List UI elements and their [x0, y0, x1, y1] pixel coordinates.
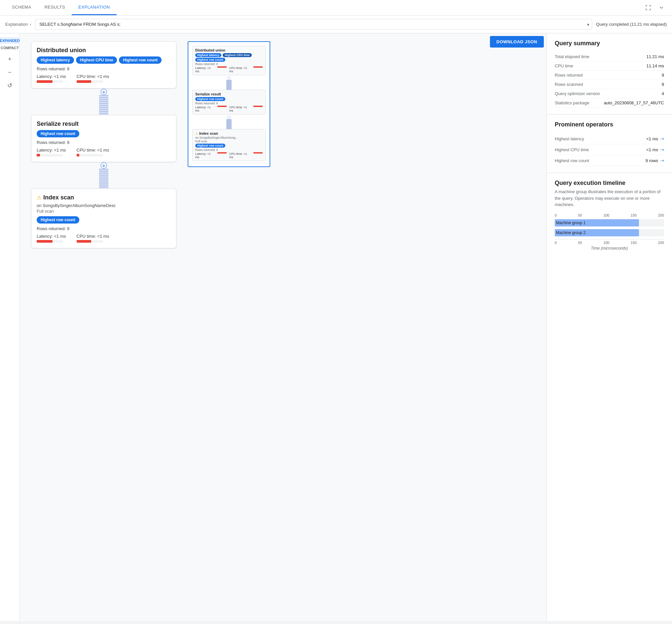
tabs-container: SCHEMA RESULTS EXPLANATION — [5, 0, 117, 15]
node-subtitle2-index-scan: Full scan — [37, 209, 171, 214]
link-icon-1[interactable]: ⇢ — [660, 147, 664, 152]
breadcrumb-chevron: › — [30, 22, 31, 27]
badge-highest-cpu-time[interactable]: Highest CPU time — [76, 56, 117, 64]
prominent-operators-title: Prominent operators — [555, 121, 664, 128]
node-title-index-scan: Index scan — [43, 194, 74, 201]
prominent-operators-section: Prominent operators Highest latency <1 m… — [547, 114, 672, 173]
chart-bars: Machine group 1 Machine group 2 — [555, 219, 664, 236]
badge-highest-row-count-2[interactable]: Highest row count — [37, 130, 79, 137]
latency-metric-1: Latency: <1 ms — [37, 74, 66, 83]
prominent-label-0: Highest latency — [555, 136, 584, 141]
top-tabs-bar: SCHEMA RESULTS EXPLANATION — [0, 0, 672, 16]
summary-value-4: 4 — [662, 91, 664, 96]
query-input[interactable] — [35, 19, 592, 30]
node-serialize-result[interactable]: Serialize result Highest row count Rows … — [31, 115, 176, 162]
query-input-wrap: ▾ — [35, 19, 592, 30]
prominent-row-1: Highest CPU time <1 ms ⇢ — [555, 144, 664, 155]
right-panel: Query summary Total elapsed time 11.21 m… — [546, 33, 672, 621]
mini-metrics-3: Latency: <1 ms CPU time: <1 ms — [195, 152, 263, 159]
cpu-label-2: CPU time: <1 ms — [77, 148, 109, 153]
chart-row-0: Machine group 1 — [555, 219, 664, 227]
node-distributed-union[interactable]: Distributed union Highest latency Highes… — [31, 41, 176, 88]
mini-badge-cpu: Highest CPU time — [223, 53, 252, 57]
tab-results[interactable]: RESULTS — [38, 0, 72, 15]
link-icon-0[interactable]: ⇢ — [660, 136, 664, 141]
badge-highest-row-count-3[interactable]: Highest row count — [37, 216, 79, 224]
summary-label-4: Query optimizer version — [555, 91, 600, 96]
diagram-container: Distributed union Highest latency Highes… — [28, 41, 539, 248]
mini-badge-rowcount-2: Highest row count — [195, 97, 225, 101]
chart-area: 0 50 100 150 200 Machine group 1 — [555, 213, 664, 251]
node-badges-index-scan: Highest row count — [37, 216, 171, 224]
chart-x-title: Time (microseconds) — [555, 246, 664, 251]
connector-bar-2 — [99, 169, 108, 188]
cpu-bar-2 — [77, 154, 79, 156]
summary-row-5: Statistics package auto_20230608_17_57_4… — [555, 98, 664, 108]
breadcrumb: Explanation › — [5, 22, 31, 27]
cpu-bar-wrap-3 — [77, 240, 103, 243]
summary-value-0: 11.21 ms — [647, 54, 664, 59]
expanded-btn[interactable]: EXPANDED — [0, 37, 22, 44]
prominent-value-0: <1 ms ⇢ — [646, 136, 664, 141]
connector-bar-1 — [99, 95, 108, 115]
query-summary-title: Query summary — [555, 40, 664, 47]
timeline-title: Query execution timeline — [555, 180, 664, 186]
tab-explanation[interactable]: EXPLANATION — [72, 0, 117, 15]
chevron-down-icon[interactable] — [656, 2, 667, 13]
latency-label-2: Latency: <1 ms — [37, 148, 66, 153]
zoom-out-icon[interactable]: − — [5, 67, 15, 78]
mini-connector-bar-1 — [226, 80, 231, 90]
mini-metrics-2: Latency: <1 ms CPU time: <1 ms — [195, 106, 263, 112]
compact-btn[interactable]: COMPACT — [0, 45, 22, 51]
link-icon-2[interactable]: ⇢ — [660, 158, 664, 163]
summary-rows: Total elapsed time 11.21 ms CPU time 11.… — [555, 52, 664, 108]
prominent-row-0: Highest latency <1 ms ⇢ — [555, 133, 664, 144]
metrics-row-3: Latency: <1 ms CPU time: <1 ms — [37, 234, 171, 243]
x-label-bottom-0: 0 — [555, 241, 557, 245]
badge-highest-latency[interactable]: Highest latency — [37, 56, 74, 64]
reset-icon[interactable]: ↺ — [5, 80, 15, 91]
prominent-label-2: Highest row count — [555, 158, 589, 163]
prominent-value-1: <1 ms ⇢ — [646, 147, 664, 152]
mini-rows-2: Rows returned: 9 — [195, 102, 263, 105]
minimap: Distributed union Highest latency Highes… — [188, 41, 270, 167]
zoom-in-icon[interactable]: + — [5, 54, 15, 64]
rows-returned-3: Rows returned: 9 — [37, 226, 171, 231]
connector-dot-1 — [100, 88, 107, 95]
download-json-button[interactable]: DOWNLOAD JSON — [490, 36, 544, 48]
node-index-scan[interactable]: ⚠ Index scan on SongsBySingerAlbumSongNa… — [31, 188, 176, 248]
warning-icon: ⚠ — [37, 194, 41, 201]
query-dropdown-icon[interactable]: ▾ — [587, 22, 590, 27]
tab-schema[interactable]: SCHEMA — [5, 0, 38, 15]
x-label-3: 150 — [631, 213, 637, 217]
mini-warning-icon: ⚠ — [195, 132, 198, 135]
badge-highest-row-count-1[interactable]: Highest row count — [119, 56, 161, 64]
mini-metrics-1: Latency: <1 ms CPU time: <1 ms — [195, 67, 263, 73]
node-title-distributed-union: Distributed union — [37, 47, 171, 54]
chart-x-axis-line — [555, 239, 664, 239]
left-sidebar: EXPANDED COMPACT + − ↺ — [0, 33, 20, 621]
latency-bar-2 — [37, 154, 40, 156]
cpu-bar-3 — [77, 240, 91, 243]
chart-bar-label-1: Machine group 2 — [556, 230, 586, 235]
mini-badge-rowcount-3: Highest row count — [195, 144, 225, 148]
timeline-desc: A machine group illustrates the executio… — [555, 188, 664, 208]
mini-node-2: Serialize result Highest row count Rows … — [192, 90, 266, 114]
cpu-bar-wrap-1 — [77, 80, 103, 83]
summary-row-1: CPU time 11.14 ms — [555, 61, 664, 71]
rows-returned-2: Rows returned: 9 — [37, 140, 171, 145]
fullscreen-icon[interactable] — [643, 2, 653, 13]
chart-x-labels-top: 0 50 100 150 200 — [555, 213, 664, 217]
summary-value-5: auto_20230608_17_57_46UTC — [604, 100, 664, 105]
metrics-row-1: Latency: <1 ms CPU time: <1 ms — [37, 74, 171, 83]
prominent-row-2: Highest row count 9 rows ⇢ — [555, 155, 664, 166]
view-toggle: EXPANDED COMPACT — [0, 37, 22, 51]
mini-rows-3: Rows returned: 9 — [195, 148, 263, 152]
summary-label-1: CPU time — [555, 63, 573, 68]
x-label-1: 50 — [578, 213, 582, 217]
mini-latency-bar-3 — [217, 152, 227, 154]
chart-row-1: Machine group 2 — [555, 229, 664, 236]
mini-badge-rowcount-1: Highest row count — [195, 58, 225, 62]
cpu-metric-3: CPU time: <1 ms — [77, 234, 109, 243]
mini-dot-1 — [227, 77, 231, 80]
